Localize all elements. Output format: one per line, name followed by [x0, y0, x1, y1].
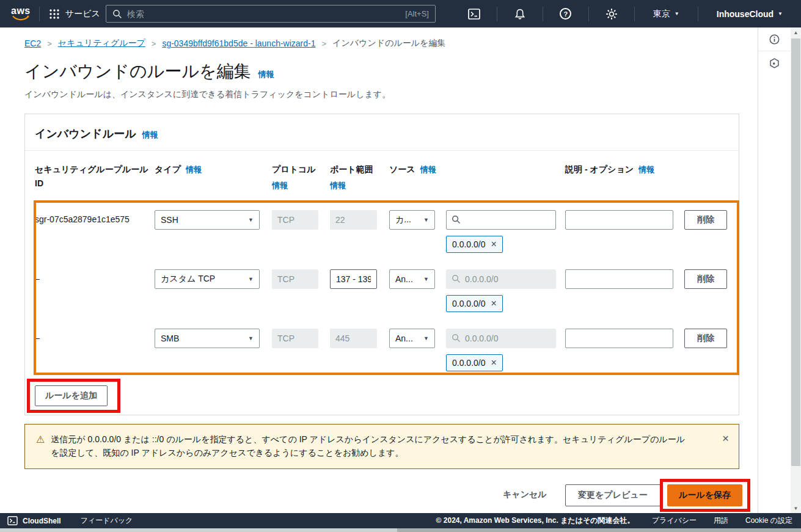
type-select[interactable]: SSH▼	[155, 210, 260, 230]
aws-smile-icon	[12, 15, 30, 21]
help-button[interactable]: ?	[552, 0, 580, 27]
footer-cloudshell-button[interactable]: CloudShell	[7, 516, 61, 525]
delete-rule-button[interactable]: 削除	[684, 269, 727, 289]
cloudshell-button[interactable]	[460, 0, 488, 27]
protocol-field: TCP	[272, 210, 318, 230]
nav-divider	[634, 7, 635, 21]
services-menu[interactable]: サービス	[48, 8, 100, 20]
cancel-button[interactable]: キャンセル	[503, 489, 547, 500]
column-header-row: セキュリティグループルール ID タイプ情報 プロトコル情報 ポート範囲情報 ソ…	[35, 162, 727, 192]
description-input[interactable]	[565, 329, 673, 348]
info-panel-button[interactable]	[758, 27, 791, 51]
close-warning-icon[interactable]: ×	[722, 432, 729, 444]
source-search-input[interactable]	[446, 210, 556, 230]
column-info-link[interactable]: 情報	[638, 165, 654, 174]
search-shortcut-hint: [Alt+S]	[405, 9, 429, 18]
nav-divider	[543, 7, 543, 21]
column-label: タイプ	[155, 164, 181, 174]
terms-link[interactable]: 用語	[714, 516, 728, 526]
aws-logo-text: aws	[11, 7, 31, 15]
scroll-up-icon[interactable]: ▲	[791, 27, 801, 37]
rule-row-2: – カスタム TCP▼ TCP An...▼ 削除 0.0.0.0/0 ×	[35, 269, 727, 289]
column-info-link[interactable]: 情報	[272, 179, 318, 192]
settings-button[interactable]	[598, 0, 626, 27]
source-type-value: An...	[395, 274, 413, 284]
port-range-field: 445	[330, 329, 377, 348]
type-select[interactable]: カスタム TCP▼	[155, 269, 260, 289]
scrollbar-thumb[interactable]	[397, 528, 801, 532]
source-type-value: カ...	[395, 214, 411, 225]
source-search	[446, 210, 556, 230]
source-type-select[interactable]: An...▼	[389, 329, 435, 348]
info-icon	[769, 34, 780, 45]
horizontal-scrollbar[interactable]	[0, 528, 801, 532]
breadcrumb-ec2[interactable]: EC2	[24, 38, 41, 48]
cloudshell-icon	[7, 516, 18, 525]
port-range-input[interactable]	[330, 269, 377, 289]
rule-id-text: –	[35, 269, 155, 283]
column-info-link[interactable]: 情報	[186, 165, 202, 174]
page-description: インバウンドルールは、インスタンスに到達できる着信トラフィックをコントロールしま…	[24, 89, 390, 100]
breadcrumb-security-group-id[interactable]: sg-0349bffd9f61bd5de - launch-wizard-1	[162, 38, 315, 48]
type-value: SSH	[161, 215, 178, 225]
remove-tag-icon[interactable]: ×	[491, 358, 497, 368]
save-rules-button[interactable]: ルールを保存	[667, 484, 742, 506]
source-tag-value: 0.0.0.0/0	[452, 239, 486, 249]
scrollbar-thumb[interactable]	[791, 38, 800, 466]
aws-logo[interactable]: aws	[11, 7, 31, 21]
nav-right-cluster: ? 東京 ▼ InhouseCloud ▼	[460, 0, 792, 27]
card-title: インバウンドルール	[35, 126, 136, 141]
source-tag: 0.0.0.0/0 ×	[446, 236, 503, 253]
account-menu[interactable]: InhouseCloud ▼	[707, 9, 792, 19]
card-info-link[interactable]: 情報	[142, 129, 158, 140]
chevron-down-icon: ▼	[248, 217, 254, 223]
title-info-link[interactable]: 情報	[258, 69, 274, 80]
remove-tag-icon[interactable]: ×	[491, 239, 497, 249]
notifications-button[interactable]	[506, 0, 534, 27]
footer-bar: CloudShell フィードバック © 2024, Amazon Web Se…	[0, 513, 801, 528]
delete-rule-button[interactable]: 削除	[684, 329, 727, 348]
column-spacer	[446, 162, 556, 192]
source-type-select[interactable]: An...▼	[389, 269, 435, 289]
column-label: プロトコル	[272, 164, 316, 174]
source-type-select[interactable]: カ...▼	[389, 210, 435, 230]
description-input[interactable]	[565, 210, 673, 230]
copyright-text: © 2024, Amazon Web Services, Inc. またはその関…	[436, 516, 635, 526]
column-label: ソース	[389, 164, 415, 174]
source-tag-value: 0.0.0.0/0	[452, 358, 486, 368]
chevron-down-icon: ▼	[423, 335, 429, 341]
scroll-down-icon[interactable]: ▼	[791, 503, 801, 513]
column-info-link[interactable]: 情報	[420, 165, 436, 174]
protocol-field: TCP	[272, 269, 318, 289]
search-input[interactable]	[127, 9, 400, 19]
protocol-field: TCP	[272, 329, 318, 348]
source-search-input	[446, 329, 556, 348]
top-navigation: aws サービス [Alt+S] ? 東京 ▼	[0, 0, 801, 27]
source-search-input	[446, 269, 556, 289]
page-title: インバウンドのルールを編集	[24, 60, 251, 83]
resources-panel-button[interactable]	[758, 51, 791, 75]
feedback-link[interactable]: フィードバック	[81, 516, 133, 526]
cookie-settings-link[interactable]: Cookie の設定	[745, 516, 792, 526]
delete-rule-button[interactable]: 削除	[684, 210, 727, 230]
search-bar[interactable]: [Alt+S]	[106, 5, 436, 23]
breadcrumb-security-groups[interactable]: セキュリティグループ	[58, 38, 145, 49]
nav-divider	[497, 7, 497, 21]
column-source: ソース情報	[389, 162, 435, 192]
column-info-link[interactable]: 情報	[330, 179, 377, 192]
source-type-value: An...	[395, 333, 413, 343]
preview-changes-button[interactable]: 変更をプレビュー	[565, 484, 660, 506]
region-selector[interactable]: 東京 ▼	[643, 9, 689, 20]
remove-tag-icon[interactable]: ×	[491, 299, 497, 308]
description-input[interactable]	[565, 269, 673, 289]
privacy-link[interactable]: プライバシー	[652, 516, 697, 526]
type-select[interactable]: SMB▼	[155, 329, 260, 348]
chevron-down-icon: ▼	[778, 11, 783, 16]
rule-row-3: – SMB▼ TCP 445 An...▼ 削除 0.0.0.0/0 ×	[35, 329, 727, 348]
add-rule-button[interactable]: ルールを追加	[35, 385, 108, 406]
breadcrumb-separator: >	[47, 39, 52, 48]
nav-divider	[698, 7, 698, 21]
chevron-down-icon: ▼	[675, 11, 679, 16]
right-tools-panel	[758, 27, 791, 513]
cloudshell-icon	[468, 9, 480, 20]
